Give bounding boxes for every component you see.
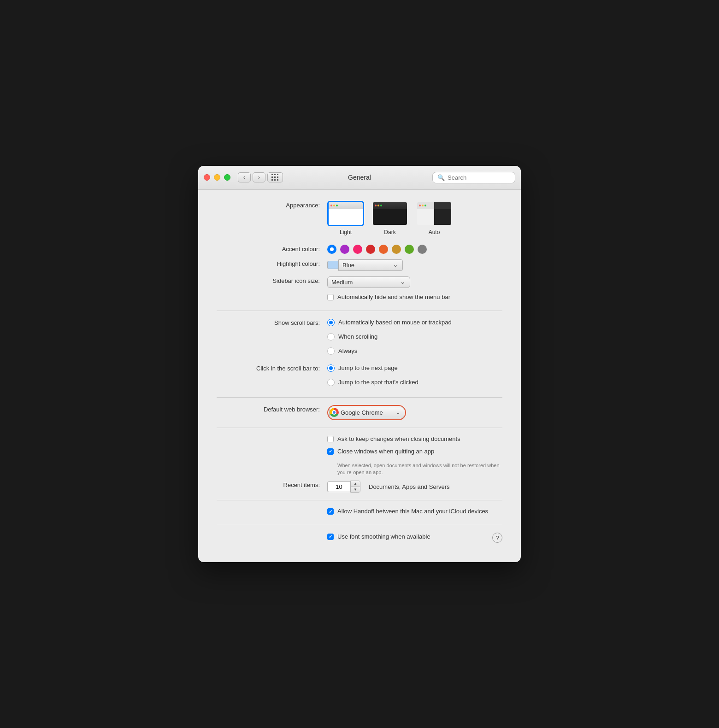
scroll-scrolling-label: When scrolling [338, 333, 377, 340]
accent-purple[interactable] [340, 245, 349, 254]
titlebar: ‹ › General 🔍 [198, 166, 521, 190]
click-spot-row: Jump to the spot that's clicked [327, 378, 418, 386]
click-scroll-label: Click in the scroll bar to: [217, 364, 327, 372]
stepper-down-button[interactable]: ▼ [351, 487, 360, 492]
appearance-light[interactable]: Light [327, 201, 364, 235]
highlight-colour-control: Blue Red Orange Yellow Green Purple Pink… [327, 259, 502, 271]
recent-items-row: Recent items: ▲ ▼ Documents, Apps and Se… [217, 481, 502, 493]
browser-chevron-icon: ⌄ [396, 410, 400, 416]
recent-items-stepper: ▲ ▼ [327, 481, 360, 493]
ask-changes-spacer [217, 435, 327, 436]
close-windows-checkbox[interactable] [327, 448, 334, 455]
font-smoothing-checkbox[interactable] [327, 534, 334, 540]
accent-green[interactable] [405, 245, 414, 254]
highlight-color-preview [327, 261, 338, 269]
default-browser-label: Default web browser: [217, 405, 327, 413]
recent-items-suffix: Documents, Apps and Servers [369, 483, 450, 490]
close-windows-checkbox-row: Close windows when quitting an app [327, 448, 434, 455]
forward-button[interactable]: › [253, 172, 265, 182]
sidebar-icon-size-label: Sidebar icon size: [217, 276, 327, 284]
dark-thumb [371, 201, 408, 226]
accent-graphite[interactable] [418, 245, 427, 254]
maximize-button[interactable] [224, 174, 230, 181]
back-button[interactable]: ‹ [238, 172, 251, 182]
highlight-colour-row: Highlight colour: Blue Red Orange Yellow… [217, 259, 502, 271]
accent-blue[interactable] [327, 245, 336, 254]
divider-5 [217, 525, 502, 525]
appearance-dark[interactable]: Dark [371, 201, 408, 235]
handoff-label: Allow Handoff between this Mac and your … [337, 508, 488, 515]
close-windows-label: Close windows when quitting an app [337, 448, 434, 455]
close-windows-spacer [217, 448, 327, 449]
close-windows-content: Close windows when quitting an app When … [327, 448, 502, 476]
browser-select-highlighted[interactable]: Google Chrome Safari Firefox ⌄ [327, 405, 406, 420]
recent-items-input[interactable] [327, 481, 350, 492]
highlight-select-wrapper: Blue Red Orange Yellow Green Purple Pink… [327, 259, 403, 271]
menu-bar-row: Automatically hide and show the menu bar [217, 294, 502, 303]
appearance-auto[interactable]: Auto [416, 201, 453, 235]
recent-items-label: Recent items: [217, 481, 327, 488]
click-next-page-radio[interactable] [327, 364, 335, 372]
ask-changes-checkbox[interactable] [327, 436, 334, 442]
ask-changes-checkbox-row: Ask to keep changes when closing documen… [327, 435, 460, 442]
highlight-select[interactable]: Blue Red Orange Yellow Green Purple Pink… [338, 259, 403, 271]
sidebar-icon-select[interactable]: Small Medium Large [327, 276, 410, 288]
help-button[interactable]: ? [492, 533, 502, 543]
chrome-inner-circle [332, 410, 336, 415]
divider-2 [217, 397, 502, 398]
sidebar-icon-size-control: Small Medium Large [327, 276, 502, 288]
handoff-checkbox-row: Allow Handoff between this Mac and your … [327, 508, 488, 515]
handoff-checkbox[interactable] [327, 508, 334, 515]
handoff-row: Allow Handoff between this Mac and your … [217, 508, 502, 517]
ask-changes-label: Ask to keep changes when closing documen… [337, 435, 460, 442]
click-scroll-row: Click in the scroll bar to: Jump to the … [217, 364, 502, 390]
scroll-scrolling-radio[interactable] [327, 333, 335, 341]
handoff-content: Allow Handoff between this Mac and your … [327, 508, 502, 517]
stepper-up-button[interactable]: ▲ [351, 481, 360, 487]
minimize-button[interactable] [214, 174, 220, 181]
system-preferences-window: ‹ › General 🔍 Appearance: [198, 166, 521, 563]
default-browser-row: Default web browser: Google Chrome Safar… [217, 405, 502, 420]
auto-label: Auto [429, 229, 440, 235]
dark-label: Dark [384, 229, 395, 235]
font-smoothing-spacer [217, 533, 327, 534]
nav-buttons: ‹ › [238, 172, 265, 182]
sidebar-icon-dropdown[interactable]: Small Medium Large [327, 276, 410, 288]
divider-3 [217, 428, 502, 428]
click-next-page-row: Jump to the next page [327, 364, 398, 372]
accent-colors [327, 245, 427, 254]
light-thumb [327, 201, 364, 226]
scroll-always-radio[interactable] [327, 347, 335, 355]
search-box[interactable]: 🔍 [432, 172, 515, 183]
menu-bar-checkbox-row: Automatically hide and show the menu bar [327, 294, 450, 300]
menu-bar-spacer [217, 294, 327, 294]
accent-red[interactable] [366, 245, 375, 254]
auto-thumb [416, 201, 453, 226]
click-spot-radio[interactable] [327, 379, 335, 386]
content: Appearance: [198, 190, 521, 563]
grid-button[interactable] [267, 172, 283, 182]
browser-dropdown[interactable]: Google Chrome Safari Firefox [339, 407, 396, 418]
sidebar-icon-size-row: Sidebar icon size: Small Medium Large [217, 276, 502, 288]
appearance-row: Appearance: [217, 201, 502, 235]
menu-bar-checkbox[interactable] [327, 294, 334, 300]
accent-colour-label: Accent colour: [217, 245, 327, 252]
window-title: General [348, 174, 371, 181]
font-smoothing-checkbox-row: Use font smoothing when available [327, 533, 430, 540]
appearance-section: Appearance: [217, 201, 502, 235]
light-label: Light [340, 229, 352, 235]
chrome-icon [330, 408, 339, 417]
scroll-auto-radio[interactable] [327, 319, 335, 326]
close-windows-sublabel: When selected, open documents and window… [337, 462, 502, 476]
highlight-dropdown[interactable]: Blue Red Orange Yellow Green Purple Pink… [338, 259, 403, 271]
click-scroll-options: Jump to the next page Jump to the spot t… [327, 364, 502, 390]
accent-pink[interactable] [353, 245, 362, 254]
scroll-auto-label: Automatically based on mouse or trackpad [338, 319, 452, 326]
scroll-always-label: Always [338, 347, 357, 354]
search-input[interactable] [448, 174, 510, 181]
close-button[interactable] [204, 174, 210, 181]
accent-orange[interactable] [379, 245, 388, 254]
grid-icon [271, 174, 279, 181]
scroll-auto-row: Automatically based on mouse or trackpad [327, 318, 452, 326]
accent-yellow[interactable] [392, 245, 401, 254]
